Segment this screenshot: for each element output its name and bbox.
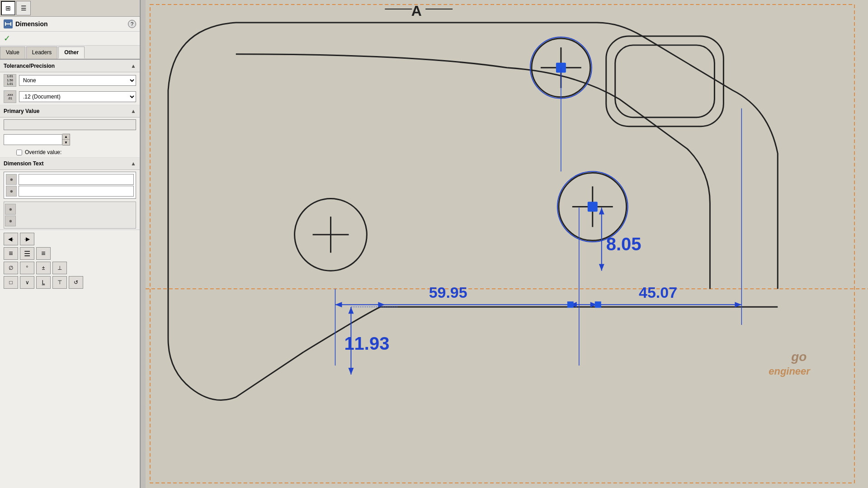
dimension-text-section-header: Dimension Text ▲ (0, 157, 140, 170)
lower-text-box-1: ⊕ ⊕ (4, 202, 136, 229)
svg-rect-23 (588, 202, 598, 211)
dimension-text-title: Dimension Text (4, 160, 43, 167)
dim-text-input-2[interactable] (19, 186, 134, 197)
tolerance-precision-row: .xxx.01 .12 (Document) .1 .123 (0, 89, 140, 105)
dim-text-input-1[interactable]: <DIM> (19, 174, 134, 185)
svg-text:11.93: 11.93 (344, 333, 389, 353)
main-drawing-area: A (146, 0, 868, 488)
tolerance-icon-2: .xxx.01 (4, 90, 16, 103)
drawing-svg: A (146, 0, 868, 488)
panel-toolbar: ⊞ ☰ (0, 0, 140, 17)
lower-icon-2[interactable]: ⊕ (5, 216, 16, 226)
left-panel: ⊞ ☰ Dimension ? ✓ Value Leaders Other To… (0, 0, 140, 488)
svg-rect-32 (595, 301, 601, 308)
tab-leaders[interactable]: Leaders (26, 47, 57, 59)
lower-text-icons-1: ⊕ ⊕ (4, 202, 17, 228)
symbol-row-2: □ ∨ L ⊤ ↺ (4, 276, 136, 289)
panel-scrollbar[interactable] (140, 0, 146, 488)
align-row: ≡ ☰ ≡ (4, 247, 136, 260)
override-label: Override value: (25, 149, 61, 155)
arrow-right-btn[interactable]: ·▶ (20, 233, 34, 245)
grid-view-btn[interactable]: ⊞ (1, 1, 15, 15)
dimension-text-area: ⊕ <DIM> ⊕ (4, 172, 136, 199)
svg-text:8.05: 8.05 (606, 234, 642, 254)
pv-input2-row: 8.05mm ▲ ▼ (0, 132, 140, 147)
svg-rect-3 (146, 0, 868, 488)
lower-icon-1[interactable]: ⊕ (5, 204, 16, 215)
rotate-btn[interactable]: ↺ (69, 276, 83, 289)
tolerance-precision-select[interactable]: .12 (Document) .1 .123 (19, 91, 136, 102)
dim-text-icon-2[interactable]: ⊕ (6, 186, 17, 197)
panel-title-row: Dimension ? (0, 17, 140, 32)
align-left-btn[interactable]: ≡ (4, 247, 18, 260)
dim-text-line-2: ⊕ (6, 186, 134, 197)
svg-rect-31 (567, 301, 574, 308)
degree-symbol-btn[interactable]: ° (20, 262, 34, 274)
arrow-row: ◀· ·▶ (4, 233, 136, 245)
svg-text:45.07: 45.07 (639, 284, 677, 301)
primary-value-collapse-btn[interactable]: ▲ (131, 108, 136, 114)
dim-text-icon-1[interactable]: ⊕ (6, 174, 17, 185)
list-view-btn[interactable]: ☰ (16, 1, 31, 15)
dimension-text-collapse-btn[interactable]: ▲ (131, 160, 136, 167)
lower-text-content-1 (19, 202, 136, 228)
tolerance-type-select[interactable]: None Basic Bilateral (19, 75, 136, 86)
primary-value-title: Primary Value (4, 108, 39, 114)
spinner-down[interactable]: ▼ (62, 140, 70, 145)
tabs-row: Value Leaders Other (0, 46, 140, 60)
tolerance-icon-1: 1.011.501.01 (4, 74, 16, 87)
symbol-row-1: ∅ ° ± ⊥ (4, 262, 136, 274)
square-btn[interactable]: □ (4, 276, 18, 289)
help-button[interactable]: ? (128, 20, 136, 28)
t-btn[interactable]: ⊤ (52, 276, 67, 289)
pv-input1-row: RD2@Drawing View1 (0, 117, 140, 132)
pm-symbol-btn[interactable]: ± (36, 262, 51, 274)
perp-symbol-btn[interactable]: ⊥ (52, 262, 67, 274)
align-center-btn[interactable]: ☰ (20, 247, 34, 260)
tab-value[interactable]: Value (0, 47, 25, 59)
svg-text:go: go (791, 350, 807, 364)
primary-value-input-2[interactable]: 8.05mm (4, 134, 62, 145)
dimension-icon (4, 19, 13, 28)
arrow-left-btn[interactable]: ◀· (4, 233, 18, 245)
primary-value-input-1[interactable]: RD2@Drawing View1 (4, 119, 136, 130)
svg-text:A: A (411, 3, 422, 19)
svg-text:engineer: engineer (769, 366, 811, 377)
tolerance-type-row: 1.011.501.01 None Basic Bilateral (0, 72, 140, 89)
bottom-controls: ◀· ·▶ ≡ ☰ ≡ ∅ ° ± ⊥ □ ∨ L ⊤ ↺ (0, 230, 140, 291)
tolerance-collapse-btn[interactable]: ▲ (131, 63, 136, 69)
pv-spinner: 8.05mm ▲ ▼ (4, 134, 70, 145)
override-row: Override value: (0, 147, 140, 157)
svg-text:59.95: 59.95 (429, 284, 467, 301)
underscore-btn[interactable]: L (36, 276, 51, 289)
spinner-up[interactable]: ▲ (62, 134, 70, 140)
confirm-checkmark[interactable]: ✓ (0, 32, 140, 46)
tolerance-section-header: Tolerance/Precision ▲ (0, 60, 140, 72)
down-btn[interactable]: ∨ (20, 276, 34, 289)
primary-value-section-header: Primary Value ▲ (0, 105, 140, 117)
align-right-btn[interactable]: ≡ (36, 247, 51, 260)
tab-other[interactable]: Other (58, 47, 85, 59)
panel-title: Dimension (15, 20, 125, 28)
dim-text-line-1: ⊕ <DIM> (6, 174, 134, 185)
phi-symbol-btn[interactable]: ∅ (4, 262, 18, 274)
tolerance-section-title: Tolerance/Precision (4, 63, 55, 69)
spinner-buttons: ▲ ▼ (62, 134, 70, 145)
override-checkbox[interactable] (16, 150, 22, 155)
